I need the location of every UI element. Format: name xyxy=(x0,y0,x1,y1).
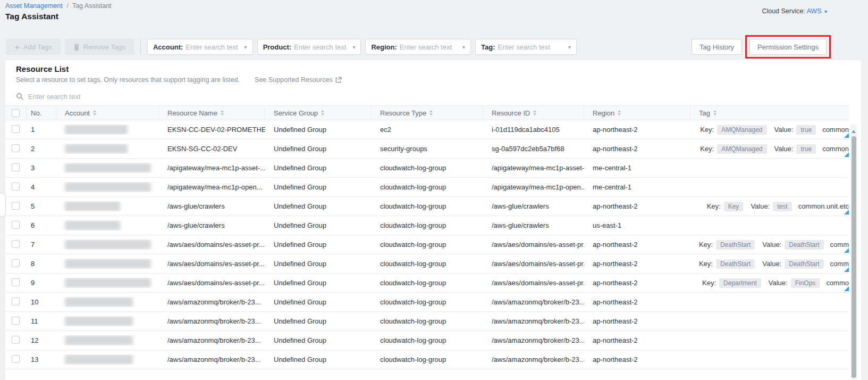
table-row[interactable]: 10/aws/amazonmq/broker/b-23...Undefined … xyxy=(5,293,849,312)
row-checkbox[interactable] xyxy=(12,163,20,171)
table-row[interactable]: 2EKSN-SG-CC-02-DEVUndefined Groupsecurit… xyxy=(5,139,849,159)
row-checkbox[interactable] xyxy=(12,183,20,191)
table-row[interactable]: 11/aws/amazonmq/broker/b-23...Undefined … xyxy=(5,312,849,331)
column-header-resource-name[interactable]: Resource Name xyxy=(159,106,265,120)
row-checkbox[interactable] xyxy=(12,221,20,229)
drawer-handle[interactable] xyxy=(0,193,6,217)
tag-history-button[interactable]: Tag History xyxy=(692,39,742,55)
row-checkbox[interactable] xyxy=(12,259,20,267)
expand-corner-icon[interactable] xyxy=(844,248,849,253)
sort-icon[interactable] xyxy=(221,109,224,117)
cell-tag xyxy=(690,216,849,235)
permission-settings-button[interactable]: Permission Settings xyxy=(749,39,827,55)
column-header-account[interactable]: Account xyxy=(56,106,159,120)
sort-icon[interactable] xyxy=(533,109,536,117)
table-row[interactable]: 12/aws/amazonmq/broker/b-23...Undefined … xyxy=(5,331,849,350)
table-row[interactable]: 5/aws-glue/crawlersUndefined Groupcloudw… xyxy=(5,197,849,216)
cell-region: ap-northeast-2 xyxy=(584,279,690,287)
cell-resource-name: /apigateway/mea-mc1p-asset-... xyxy=(159,164,265,172)
toolbar: + Add Tags Remove Tags Account: Enter se… xyxy=(0,35,868,59)
row-checkbox[interactable] xyxy=(12,240,20,248)
sort-icon[interactable] xyxy=(618,109,621,117)
filter-tag[interactable]: Tag: Enter search text ▾ xyxy=(475,39,577,55)
cell-resource-name: EKSN-CC-DEV-02-PROMETHEU... xyxy=(159,126,265,134)
chevron-down-icon: ▾ xyxy=(245,44,247,50)
column-label: Account xyxy=(65,109,90,117)
scrollbar-up-arrow-icon[interactable] xyxy=(852,128,856,133)
table-scrollbar[interactable] xyxy=(850,125,857,380)
table-row[interactable]: 3/apigateway/mea-mc1p-asset-...Undefined… xyxy=(5,159,849,178)
cell-no: 4 xyxy=(27,183,56,191)
filter-account[interactable]: Account: Enter search text ▾ xyxy=(147,39,253,55)
column-header-resource-id[interactable]: Resource ID xyxy=(483,106,584,120)
resource-table: No. Account Resource Name Service Group … xyxy=(5,105,849,369)
remove-tags-label: Remove Tags xyxy=(83,43,125,51)
cloud-service-value[interactable]: AWS xyxy=(806,7,821,15)
filter-product[interactable]: Product: Enter search text ▾ xyxy=(257,39,361,55)
expand-corner-icon[interactable] xyxy=(844,152,849,157)
tag-value-chip: FinOps xyxy=(791,278,820,288)
cell-resource-type: ec2 xyxy=(372,126,483,134)
filter-region[interactable]: Region: Enter search text ▾ xyxy=(365,39,471,55)
add-tags-button[interactable]: + Add Tags xyxy=(6,39,61,55)
resource-list-panel: Resource List Select a resource to set t… xyxy=(5,60,861,380)
table-row[interactable]: 1EKSN-CC-DEV-02-PROMETHEU...Undefined Gr… xyxy=(5,120,849,139)
cloud-service-selector[interactable]: Cloud Service: AWS ▾ xyxy=(762,7,827,15)
table-row[interactable]: 8/aws/aes/domains/es-asset-pr...Undefine… xyxy=(5,254,849,274)
row-checkbox[interactable] xyxy=(12,144,20,152)
sort-icon[interactable] xyxy=(321,109,324,117)
cell-service-group: Undefined Group xyxy=(265,183,372,191)
table-body: 1EKSN-CC-DEV-02-PROMETHEU...Undefined Gr… xyxy=(5,120,849,369)
table-row[interactable]: 9/aws/aes/domains/es-asset-pr...Undefine… xyxy=(5,274,849,293)
expand-corner-icon[interactable] xyxy=(844,286,849,291)
expand-corner-icon[interactable] xyxy=(844,133,849,138)
sort-icon[interactable] xyxy=(93,109,96,117)
cell-resource-type: cloudwatch-log-group xyxy=(372,183,483,191)
column-header-no[interactable]: No. xyxy=(27,106,56,120)
column-label: Region xyxy=(593,109,614,117)
cell-account xyxy=(56,354,159,365)
column-header-resource-type[interactable]: Resource Type xyxy=(372,106,483,120)
table-row[interactable]: 6/aws-glue/crawlersUndefined Groupcloudw… xyxy=(5,216,849,235)
cell-region: ap-northeast-2 xyxy=(584,126,690,134)
tag-key-label: Key: xyxy=(702,279,716,287)
tag-key-label: Key: xyxy=(700,145,714,153)
cell-resource-type: cloudwatch-log-group xyxy=(372,241,483,249)
filter-region-placeholder: Enter search text xyxy=(400,43,452,51)
cell-resource-name: /aws/amazonmq/broker/b-23... xyxy=(159,356,265,364)
table-row[interactable]: 7/aws/aes/domains/es-asset-pr...Undefine… xyxy=(5,235,849,254)
row-checkbox[interactable] xyxy=(12,125,20,133)
table-row[interactable]: 4/apigateway/mea-mc1p-open...Undefined G… xyxy=(5,178,849,197)
scrollbar-thumb[interactable] xyxy=(852,136,856,378)
sort-icon[interactable] xyxy=(713,109,717,117)
expand-corner-icon[interactable] xyxy=(844,267,849,272)
search-input[interactable] xyxy=(28,93,241,101)
cell-tag xyxy=(690,350,849,369)
row-checkbox[interactable] xyxy=(12,278,20,286)
row-checkbox[interactable] xyxy=(12,298,20,305)
column-header-service-group[interactable]: Service Group xyxy=(265,106,372,120)
filter-account-placeholder: Enter search text xyxy=(186,43,238,51)
column-header-region[interactable]: Region xyxy=(584,106,690,120)
cell-tag: Key:AMQManagedValue:truecommon xyxy=(690,120,849,139)
row-checkbox-cell xyxy=(5,240,27,250)
select-all-checkbox[interactable] xyxy=(12,109,20,117)
see-supported-resources-link[interactable]: See Supported Resources xyxy=(255,76,342,84)
breadcrumb-asset-management-link[interactable]: Asset Management xyxy=(5,2,63,10)
cell-resource-id: /aws/aes/domains/es-asset-pr... xyxy=(483,260,584,268)
sort-icon[interactable] xyxy=(429,109,433,117)
remove-tags-button[interactable]: Remove Tags xyxy=(65,39,134,55)
row-checkbox[interactable] xyxy=(12,336,20,344)
row-checkbox[interactable] xyxy=(12,202,20,210)
redacted-account xyxy=(65,125,128,135)
cell-tag xyxy=(690,331,849,350)
column-header-tag[interactable]: Tag xyxy=(690,106,849,120)
toolbar-divider xyxy=(140,39,141,55)
row-checkbox[interactable] xyxy=(12,355,20,363)
row-checkbox[interactable] xyxy=(12,317,20,325)
table-row[interactable]: 13/aws/amazonmq/broker/b-23...Undefined … xyxy=(5,350,849,369)
tag-key-chip: Department xyxy=(719,278,761,288)
expand-corner-icon[interactable] xyxy=(844,210,849,214)
tag-value-chip: DeathStart xyxy=(785,240,823,250)
permission-settings-wrap: Permission Settings xyxy=(749,39,827,55)
